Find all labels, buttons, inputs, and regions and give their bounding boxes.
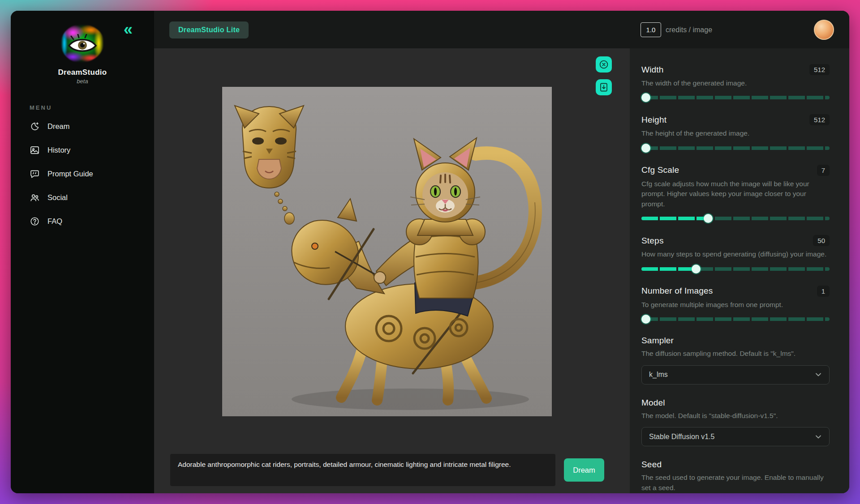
cfg-scale-slider[interactable] bbox=[641, 214, 830, 223]
people-icon bbox=[30, 192, 40, 203]
image-action-buttons bbox=[596, 56, 612, 95]
sidebar-item-social[interactable]: Social bbox=[11, 186, 154, 209]
slider-track bbox=[641, 317, 830, 321]
model-selected-value: Stable Diffusion v1.5 bbox=[649, 433, 714, 441]
steps-description: How many steps to spend generating (diff… bbox=[641, 249, 830, 259]
cfg-scale-description: Cfg scale adjusts how much the image wil… bbox=[641, 179, 830, 209]
eye-icon bbox=[67, 34, 98, 55]
sidebar-item-dream[interactable]: Dream bbox=[11, 115, 154, 138]
close-image-button[interactable] bbox=[596, 56, 612, 73]
width-slider[interactable] bbox=[641, 93, 830, 102]
cfg-scale-label: Cfg Scale bbox=[641, 165, 679, 175]
brand-name: DreamStudio bbox=[11, 68, 154, 77]
app-mode-badge[interactable]: DreamStudio Lite bbox=[169, 21, 249, 38]
slider-thumb[interactable] bbox=[692, 265, 701, 273]
cfg-scale-setting: Cfg Scale 7 Cfg scale adjusts how much t… bbox=[641, 165, 830, 223]
dream-button[interactable]: Dream bbox=[564, 458, 604, 482]
width-value-badge: 512 bbox=[809, 64, 830, 75]
dreamstudio-logo bbox=[61, 24, 104, 63]
credits-value: 1.0 bbox=[641, 22, 661, 37]
credits-label: credits / image bbox=[666, 26, 712, 34]
steps-label: Steps bbox=[641, 236, 664, 246]
slider-thumb[interactable] bbox=[641, 144, 650, 153]
number-of-images-slider[interactable] bbox=[641, 315, 830, 324]
menu-section-label: MENU bbox=[30, 104, 154, 111]
sampler-label: Sampler bbox=[641, 336, 674, 346]
sidebar: « DreamStudio beta MENU bbox=[11, 11, 154, 493]
slider-thumb[interactable] bbox=[641, 315, 650, 324]
steps-slider[interactable] bbox=[641, 265, 830, 273]
number-of-images-label: Number of Images bbox=[641, 286, 713, 296]
slider-track bbox=[641, 96, 830, 99]
slider-thumb[interactable] bbox=[641, 93, 650, 102]
width-setting: Width 512 The width of the generated ima… bbox=[641, 64, 830, 102]
prompt-input[interactable]: Adorable anthropomorphic cat riders, por… bbox=[170, 454, 555, 486]
double-chevron-left-icon: « bbox=[124, 20, 133, 38]
user-avatar[interactable] bbox=[814, 20, 834, 40]
slider-fill bbox=[641, 267, 696, 271]
width-label: Width bbox=[641, 65, 664, 75]
app-mode-badge-label: DreamStudio Lite bbox=[178, 26, 240, 34]
question-circle-icon bbox=[30, 216, 40, 226]
brand-beta-tag: beta bbox=[11, 78, 154, 85]
sidebar-item-label: History bbox=[47, 146, 70, 154]
height-slider[interactable] bbox=[641, 144, 830, 153]
chevron-down-icon bbox=[815, 433, 822, 440]
sampler-description: The diffusion sampling method. Default i… bbox=[641, 349, 830, 359]
sidebar-item-prompt-guide[interactable]: Prompt Guide bbox=[11, 162, 154, 186]
chevron-down-icon bbox=[815, 371, 822, 378]
sidebar-item-label: Dream bbox=[47, 122, 70, 131]
moon-stars-icon bbox=[30, 121, 40, 132]
model-description: The model. Default is "stable-diffusion-… bbox=[641, 411, 830, 421]
sidebar-item-label: Social bbox=[47, 193, 68, 202]
image-icon bbox=[30, 145, 40, 155]
number-of-images-value-badge: 1 bbox=[817, 286, 830, 297]
sampler-selected-value: k_lms bbox=[649, 371, 668, 379]
download-image-button[interactable] bbox=[596, 79, 612, 95]
width-description: The width of the generated image. bbox=[641, 78, 830, 88]
number-of-images-setting: Number of Images 1 To generate multiple … bbox=[641, 286, 830, 324]
slider-fill bbox=[641, 217, 708, 220]
main-canvas-area: Adorable anthropomorphic cat riders, por… bbox=[154, 48, 630, 493]
seed-setting: Seed The seed used to generate your imag… bbox=[641, 460, 830, 493]
slider-thumb[interactable] bbox=[704, 214, 713, 223]
height-setting: Height 512 The height of the generated i… bbox=[641, 114, 830, 152]
sidebar-item-label: FAQ bbox=[47, 217, 62, 226]
number-of-images-description: To generate multiple images from one pro… bbox=[641, 300, 830, 310]
sampler-select[interactable]: k_lms bbox=[641, 365, 830, 384]
close-circle-icon bbox=[598, 59, 609, 70]
height-value-badge: 512 bbox=[809, 114, 830, 125]
height-label: Height bbox=[641, 115, 666, 125]
seed-description: The seed used to generate your image. En… bbox=[641, 473, 830, 493]
model-setting: Model The model. Default is "stable-diff… bbox=[641, 398, 830, 446]
settings-panel: Width 512 The width of the generated ima… bbox=[630, 48, 849, 493]
slider-track bbox=[641, 146, 830, 150]
app-window: « DreamStudio beta MENU bbox=[11, 11, 849, 493]
steps-setting: Steps 50 How many steps to spend generat… bbox=[641, 235, 830, 273]
download-icon bbox=[598, 82, 609, 93]
model-select[interactable]: Stable Diffusion v1.5 bbox=[641, 427, 830, 446]
steps-value-badge: 50 bbox=[813, 235, 830, 246]
height-description: The height of the generated image. bbox=[641, 128, 830, 138]
sidebar-item-label: Prompt Guide bbox=[47, 170, 93, 178]
sidebar-item-faq[interactable]: FAQ bbox=[11, 209, 154, 233]
seed-label: Seed bbox=[641, 460, 662, 470]
chat-quote-icon bbox=[30, 169, 40, 179]
desktop-gradient-background: « DreamStudio beta MENU bbox=[0, 0, 860, 504]
topbar: DreamStudio Lite 1.0 credits / image bbox=[154, 11, 849, 48]
model-label: Model bbox=[641, 398, 665, 408]
sidebar-item-history[interactable]: History bbox=[11, 138, 154, 162]
sampler-setting: Sampler The diffusion sampling method. D… bbox=[641, 336, 830, 384]
generated-image bbox=[222, 87, 552, 416]
collapse-sidebar-button[interactable]: « bbox=[124, 21, 133, 38]
credits-display: 1.0 credits / image bbox=[641, 22, 712, 37]
cfg-scale-value-badge: 7 bbox=[817, 165, 830, 176]
